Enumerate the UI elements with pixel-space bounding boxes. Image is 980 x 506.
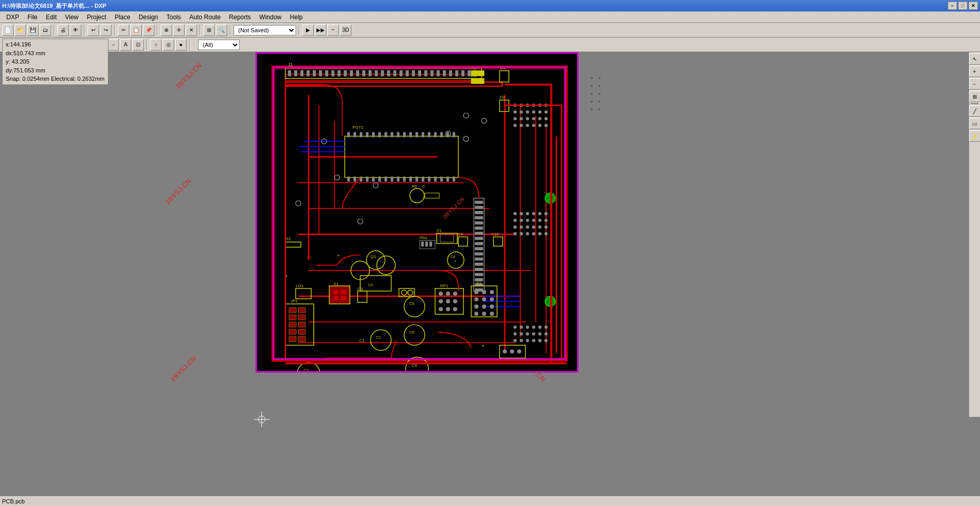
route-button[interactable]: ~: [327, 24, 339, 36]
pcb-canvas[interactable]: J1: [255, 52, 579, 373]
open-button[interactable]: 📂: [15, 24, 26, 36]
menu-view[interactable]: View: [61, 13, 83, 22]
file-dropdown[interactable]: (Not Saved): [234, 25, 296, 35]
select-button[interactable]: ⊕: [161, 24, 172, 36]
filter-dropdown[interactable]: (All): [198, 40, 240, 50]
svg-point-299: [591, 85, 593, 87]
rt-power[interactable]: ⚡: [969, 130, 981, 142]
menu-tools[interactable]: Tools: [162, 13, 185, 22]
svg-text:P1: P1: [476, 281, 482, 286]
via-btn2[interactable]: ◎: [163, 39, 174, 51]
save-all-button[interactable]: 🗂: [40, 24, 51, 36]
svg-rect-78: [378, 177, 381, 182]
menu-autoroute[interactable]: Auto Route: [185, 13, 225, 22]
menu-help[interactable]: Help: [286, 13, 307, 22]
menu-design[interactable]: Design: [134, 13, 162, 22]
svg-rect-96: [475, 216, 483, 219]
svg-point-275: [532, 326, 535, 329]
maximize-button[interactable]: □: [958, 2, 967, 10]
svg-point-289: [545, 339, 548, 342]
svg-rect-37: [381, 70, 384, 77]
menu-window[interactable]: Window: [255, 13, 286, 22]
rt-cursor[interactable]: ↖: [969, 53, 981, 65]
new-button[interactable]: 📄: [2, 24, 14, 36]
svg-rect-148: [329, 286, 350, 304]
rt-component[interactable]: ▭: [969, 118, 981, 129]
print-preview-button[interactable]: 👁: [70, 24, 81, 36]
svg-rect-152: [340, 296, 346, 300]
close-button[interactable]: ✕: [969, 2, 978, 10]
svg-rect-86: [428, 177, 431, 182]
svg-rect-103: [475, 252, 483, 255]
zoom-in-button[interactable]: 🔍: [216, 24, 227, 36]
minimize-button[interactable]: −: [948, 2, 957, 10]
rt-wire[interactable]: ╱: [969, 105, 981, 117]
menu-dxp[interactable]: DXP: [2, 13, 23, 22]
svg-rect-36: [375, 70, 378, 77]
right-panel-svg: [581, 52, 738, 373]
rt-zoom-out[interactable]: −: [969, 78, 981, 90]
track-btn5[interactable]: ⊡: [132, 39, 144, 51]
redo-button[interactable]: ↪: [100, 24, 112, 36]
svg-text:R2: R2: [285, 237, 290, 241]
svg-point-249: [520, 212, 523, 215]
svg-point-236: [513, 117, 517, 120]
svg-point-244: [526, 124, 529, 127]
menu-place[interactable]: Place: [111, 13, 134, 22]
canvas-area[interactable]: 2BYSJ.CN 2BYSJ.CN 2BYSJ.CN 2BYSJ.CN 2BYS…: [0, 52, 980, 506]
svg-point-258: [538, 219, 542, 222]
svg-point-266: [513, 232, 517, 236]
svg-rect-170: [298, 337, 305, 342]
svg-point-242: [513, 124, 517, 127]
svg-point-301: [591, 101, 593, 103]
copy-button[interactable]: 📋: [130, 24, 142, 36]
svg-point-196: [482, 297, 486, 301]
compile-button[interactable]: ▶: [302, 24, 314, 36]
svg-rect-213: [430, 241, 432, 246]
menu-file[interactable]: File: [23, 13, 42, 22]
track-btn4[interactable]: A: [120, 39, 131, 51]
via-btn1[interactable]: ○: [150, 39, 162, 51]
menu-project[interactable]: Project: [83, 13, 111, 22]
svg-point-256: [526, 219, 529, 222]
coord-dy: dy:751.053 mm: [6, 66, 105, 75]
zoom-fit-button[interactable]: ⊞: [203, 24, 215, 36]
svg-point-288: [538, 339, 542, 342]
svg-text:C5: C5: [409, 301, 415, 306]
svg-point-286: [526, 339, 529, 342]
svg-point-306: [598, 101, 601, 103]
sep3: [114, 25, 115, 35]
svg-rect-60: [378, 132, 381, 138]
svg-text:POT1: POT1: [352, 125, 363, 130]
print-button[interactable]: 🖨: [57, 24, 69, 36]
delete-button[interactable]: ✕: [186, 24, 197, 36]
svg-rect-39: [393, 70, 396, 77]
3d-button[interactable]: 3D: [340, 24, 351, 36]
svg-point-276: [538, 326, 542, 329]
svg-rect-107: [475, 273, 483, 276]
menu-reports[interactable]: Reports: [225, 13, 255, 22]
rt-zoom-in[interactable]: +: [969, 66, 981, 77]
via-btn3[interactable]: ●: [175, 39, 187, 51]
track-btn3[interactable]: →: [107, 39, 119, 51]
move-button[interactable]: ✛: [173, 24, 185, 36]
svg-text:X1: X1: [437, 228, 442, 233]
svg-rect-50: [461, 70, 464, 77]
svg-point-182: [446, 292, 450, 296]
svg-text:C2: C2: [303, 368, 309, 371]
rt-zoom-fit[interactable]: ⊞: [969, 91, 981, 102]
svg-point-200: [490, 304, 494, 308]
sep2: [84, 25, 85, 35]
svg-point-186: [453, 299, 457, 303]
svg-text:+: +: [482, 343, 485, 349]
svg-point-185: [446, 299, 450, 303]
undo-button[interactable]: ↩: [88, 24, 99, 36]
paste-button[interactable]: 📌: [143, 24, 154, 36]
svg-text:C: C: [422, 184, 425, 189]
cut-button[interactable]: ✂: [118, 24, 129, 36]
compile2-button[interactable]: ▶▶: [315, 24, 326, 36]
svg-rect-23: [294, 70, 297, 77]
svg-point-248: [513, 212, 517, 215]
menu-edit[interactable]: Edit: [42, 13, 61, 22]
save-button[interactable]: 💾: [27, 24, 39, 36]
